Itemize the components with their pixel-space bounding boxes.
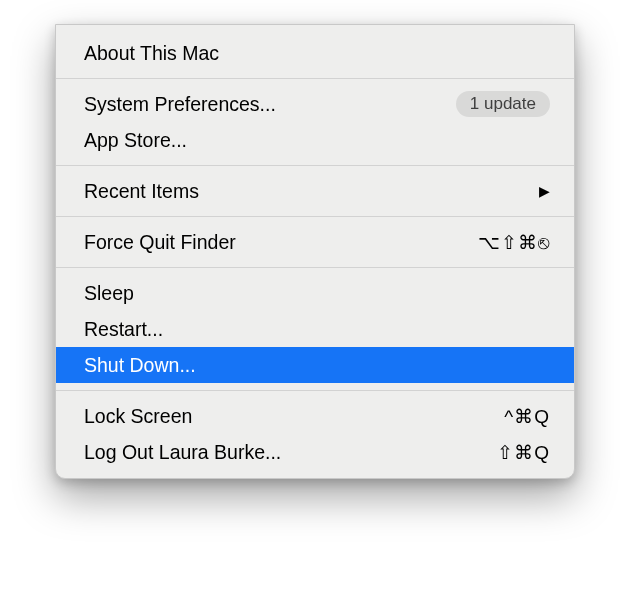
app-store-label: App Store... <box>84 129 187 152</box>
about-this-mac-item[interactable]: About This Mac <box>56 35 574 71</box>
restart-label: Restart... <box>84 318 163 341</box>
menu-top-gap <box>56 25 574 35</box>
lock-screen-label: Lock Screen <box>84 405 192 428</box>
apple-menu: About This Mac System Preferences... 1 u… <box>55 24 575 479</box>
recent-items-item[interactable]: Recent Items ▶ <box>56 173 574 209</box>
menu-divider <box>56 216 574 217</box>
menu-divider <box>56 267 574 268</box>
sleep-item[interactable]: Sleep <box>56 275 574 311</box>
shut-down-label: Shut Down... <box>84 354 196 377</box>
menu-divider <box>56 78 574 79</box>
sleep-label: Sleep <box>84 282 134 305</box>
chevron-right-icon: ▶ <box>539 183 550 199</box>
force-quit-item[interactable]: Force Quit Finder ⌥⇧⌘⎋ <box>56 224 574 260</box>
restart-item[interactable]: Restart... <box>56 311 574 347</box>
about-this-mac-label: About This Mac <box>84 42 219 65</box>
app-store-item[interactable]: App Store... <box>56 122 574 158</box>
system-preferences-label: System Preferences... <box>84 93 276 116</box>
system-preferences-item[interactable]: System Preferences... 1 update <box>56 86 574 122</box>
lock-screen-shortcut: ^⌘Q <box>504 405 550 428</box>
force-quit-shortcut: ⌥⇧⌘⎋ <box>478 231 550 254</box>
log-out-label: Log Out Laura Burke... <box>84 441 281 464</box>
log-out-item[interactable]: Log Out Laura Burke... ⇧⌘Q <box>56 434 574 470</box>
recent-items-label: Recent Items <box>84 180 199 203</box>
force-quit-label: Force Quit Finder <box>84 231 236 254</box>
menu-divider <box>56 390 574 391</box>
shut-down-item[interactable]: Shut Down... <box>56 347 574 383</box>
log-out-shortcut: ⇧⌘Q <box>497 441 550 464</box>
lock-screen-item[interactable]: Lock Screen ^⌘Q <box>56 398 574 434</box>
menu-divider <box>56 165 574 166</box>
update-badge: 1 update <box>456 91 550 117</box>
